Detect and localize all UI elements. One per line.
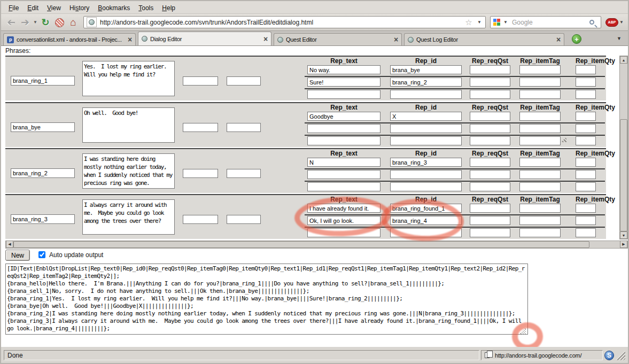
search-input[interactable] [511, 18, 587, 27]
rep-itemtag-input[interactable] [519, 136, 561, 145]
rep-id-input[interactable] [390, 216, 462, 225]
s-logo-icon[interactable]: S [604, 351, 614, 360]
rep-text-input[interactable] [307, 182, 380, 191]
rep-reqqst-input[interactable] [470, 136, 510, 145]
phrase-id-input[interactable] [11, 122, 75, 132]
phrase-text-area[interactable]: Yes. I lost my ring earlier. Will you he… [82, 61, 175, 96]
rep-reqqst-input[interactable] [470, 158, 510, 167]
search-bar[interactable]: ▼ [490, 16, 601, 28]
rep-id-input[interactable] [390, 78, 462, 87]
rep-itemqty-input[interactable] [576, 158, 596, 167]
rep-id-input[interactable] [390, 112, 462, 121]
tab-conversationlist[interactable]: p conversationlist.xml - andors-trail - … [3, 33, 136, 45]
phrase-id-input[interactable] [11, 76, 75, 86]
rep-text-input[interactable] [307, 78, 380, 87]
new-tab-icon[interactable]: + [572, 34, 581, 44]
rep-text-input[interactable] [307, 65, 380, 74]
tab-quest-editor[interactable]: Quest Editor × [274, 33, 402, 45]
rep-id-input[interactable] [390, 170, 462, 179]
bookmark-star-icon[interactable]: ☆ [464, 18, 473, 27]
home-icon[interactable]: ⌂ [66, 17, 80, 28]
back-icon[interactable]: ➔ [4, 16, 18, 28]
rep-id-input[interactable] [390, 228, 462, 237]
rep-text-input[interactable] [307, 170, 380, 179]
tab-dialog-editor[interactable]: Dialog Editor × [138, 32, 271, 45]
menu-view[interactable]: View [43, 3, 65, 13]
output-textarea[interactable]: [ID|Text|EnblQst|DropList|Rep_text0|Rep_… [5, 264, 528, 335]
rep-itemqty-input[interactable] [576, 112, 596, 121]
phrase-droplist-input[interactable] [227, 76, 261, 86]
rep-reqqst-input[interactable] [470, 124, 510, 133]
menu-file[interactable]: File [4, 3, 23, 13]
rep-itemtag-input[interactable] [519, 170, 561, 179]
search-icon[interactable] [589, 20, 594, 25]
history-dropdown-icon[interactable]: ▼ [32, 20, 38, 25]
rep-itemqty-input[interactable] [576, 78, 596, 87]
tab-close-icon[interactable]: × [128, 36, 132, 43]
rep-itemtag-input[interactable] [519, 112, 561, 121]
rep-text-input[interactable] [307, 216, 380, 225]
menu-edit[interactable]: Edit [23, 3, 43, 13]
rep-text-input[interactable] [307, 158, 380, 167]
rep-id-input[interactable] [390, 124, 462, 133]
url-input[interactable]: http://andors-trail.googlecode.com/svn/t… [100, 19, 461, 26]
vertical-scroll-thumb[interactable] [620, 119, 627, 231]
rep-id-input[interactable] [390, 204, 462, 213]
rep-text-input[interactable] [307, 124, 380, 133]
rep-id-input[interactable] [390, 136, 462, 145]
rep-text-input[interactable] [307, 204, 380, 213]
rep-reqqst-input[interactable] [470, 170, 510, 179]
rep-itemqty-input[interactable] [576, 204, 596, 213]
phrase-text-area[interactable]: I was standing here doing mostly nothing… [82, 153, 175, 189]
menu-tools[interactable]: Tools [134, 3, 158, 13]
rep-text-input[interactable] [307, 90, 380, 99]
rep-reqqst-input[interactable] [470, 216, 510, 225]
rep-reqqst-input[interactable] [470, 228, 510, 237]
phrase-droplist-input[interactable] [227, 215, 261, 224]
rep-itemqty-input[interactable] [576, 90, 596, 99]
horizontal-scroll-thumb[interactable] [13, 241, 589, 248]
rep-reqqst-input[interactable] [470, 182, 510, 191]
rep-itemtag-input[interactable] [519, 158, 561, 167]
rep-reqqst-input[interactable] [470, 204, 510, 213]
scroll-right-icon[interactable]: ▶ [620, 241, 627, 248]
rep-itemqty-input[interactable] [576, 65, 596, 74]
rep-reqqst-input[interactable] [470, 65, 510, 74]
scroll-up-icon[interactable]: ▲ [620, 56, 627, 64]
rep-reqqst-input[interactable] [470, 78, 510, 87]
rep-id-input[interactable] [390, 65, 462, 74]
phrase-enblqst-input[interactable] [183, 215, 218, 224]
rep-itemtag-input[interactable] [519, 228, 561, 237]
phrases-vertical-scrollbar[interactable]: ▲ ▼ [619, 56, 628, 239]
phrase-enblqst-input[interactable] [183, 76, 218, 86]
tab-list-dropdown-icon[interactable]: ▼ [617, 36, 626, 41]
forward-icon[interactable]: ➔ [18, 16, 32, 28]
rep-text-input[interactable] [307, 136, 380, 145]
search-engine-google-icon[interactable] [493, 19, 500, 26]
phrase-droplist-input[interactable] [227, 169, 261, 178]
tab-close-icon[interactable]: × [556, 36, 561, 43]
rep-itemtag-input[interactable] [519, 124, 561, 133]
phrase-id-input[interactable] [11, 214, 75, 224]
window-resize-grip[interactable] [616, 351, 625, 360]
reload-icon[interactable]: ↻ [38, 17, 52, 28]
rep-itemqty-input[interactable] [576, 182, 596, 191]
menu-help[interactable]: Help [158, 3, 180, 13]
rep-itemtag-input[interactable] [519, 78, 561, 87]
menu-history[interactable]: History [65, 3, 94, 13]
phrase-id-input[interactable] [11, 168, 75, 178]
rep-itemqty-input[interactable] [576, 124, 596, 133]
rep-itemqty-input[interactable] [576, 228, 596, 237]
phrases-horizontal-scrollbar[interactable]: ◀ ▶ [5, 241, 628, 249]
stop-icon[interactable] [52, 17, 66, 27]
phrase-enblqst-input[interactable] [183, 169, 218, 178]
tab-close-icon[interactable]: × [263, 35, 268, 43]
rep-itemtag-input[interactable] [519, 204, 561, 213]
rep-itemtag-input[interactable] [519, 216, 561, 225]
url-dropdown-icon[interactable]: ▼ [476, 20, 483, 25]
scroll-left-icon[interactable]: ◀ [6, 241, 13, 248]
rep-id-input[interactable] [390, 158, 462, 167]
rep-text-input[interactable] [307, 112, 380, 121]
adblock-icon[interactable]: ABP [605, 18, 618, 27]
tab-close-icon[interactable]: × [394, 36, 398, 43]
